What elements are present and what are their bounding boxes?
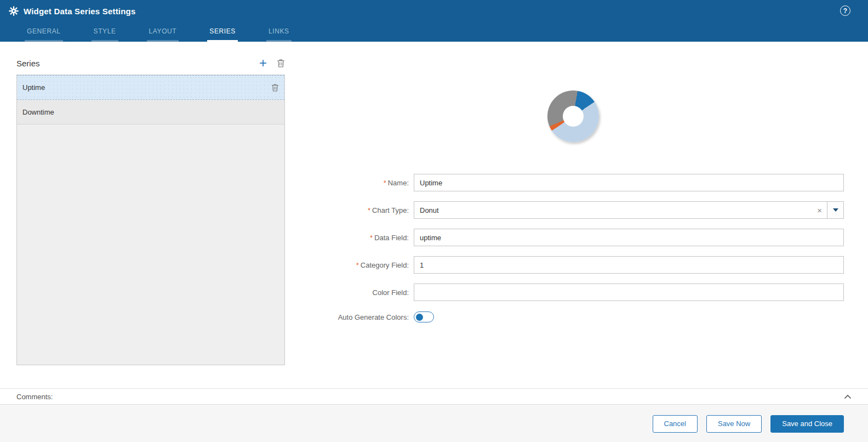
name-label: *Name:: [326, 179, 414, 187]
help-icon[interactable]: ?: [840, 5, 850, 16]
series-panel-header: Series +: [16, 58, 285, 68]
tab-bar: GENERAL STYLE LAYOUT SERIES LINKS: [25, 23, 320, 42]
required-asterisk: *: [368, 206, 370, 214]
delete-series-button[interactable]: [277, 59, 285, 67]
color-field-row: Color Field:: [326, 284, 844, 301]
data-field-input[interactable]: [414, 229, 844, 246]
donut-hole: [563, 106, 584, 127]
chart-type-select[interactable]: Donut ×: [414, 201, 844, 219]
data-field-label: *Data Field:: [326, 234, 414, 242]
save-and-close-button[interactable]: Save and Close: [770, 415, 844, 433]
chevron-down-icon: [833, 208, 838, 212]
series-item-label: Downtime: [22, 108, 279, 116]
delete-item-button[interactable]: [271, 83, 279, 92]
dropdown-button[interactable]: [827, 201, 844, 219]
chevron-up-icon: [844, 394, 852, 399]
series-item-label: Uptime: [22, 83, 271, 92]
page-title: Widget Data Series Settings: [24, 7, 135, 16]
tab-layout[interactable]: LAYOUT: [147, 23, 179, 42]
chart-type-label: *Chart Type:: [326, 206, 414, 214]
trash-icon: [271, 83, 279, 92]
footer-bar: Cancel Save Now Save and Close: [0, 405, 868, 442]
toggle-knob: [416, 314, 423, 321]
required-asterisk: *: [370, 234, 373, 242]
series-settings-form: *Name: *Chart Type: Donut × *Data Field:…: [326, 174, 844, 333]
tab-series[interactable]: SERIES: [207, 23, 238, 42]
auto-generate-colors-toggle[interactable]: [414, 311, 434, 322]
chart-type-field-row: *Chart Type: Donut ×: [326, 201, 844, 219]
series-panel-title: Series: [16, 59, 259, 68]
chart-type-value: Donut: [414, 206, 812, 214]
series-list-item-downtime[interactable]: Downtime: [17, 100, 284, 124]
comments-bar: Comments:: [0, 388, 868, 405]
required-asterisk: *: [356, 261, 359, 269]
comments-label: Comments:: [0, 393, 844, 401]
tab-links[interactable]: LINKS: [266, 23, 292, 42]
clear-icon[interactable]: ×: [812, 206, 827, 215]
data-field-row: *Data Field:: [326, 229, 844, 246]
trash-icon: [277, 59, 285, 67]
add-series-button[interactable]: +: [259, 58, 267, 68]
name-field-row: *Name:: [326, 174, 844, 191]
category-field-input[interactable]: [414, 256, 844, 274]
series-list-item-uptime[interactable]: Uptime: [17, 75, 284, 100]
cancel-button[interactable]: Cancel: [653, 415, 698, 433]
donut-preview: [547, 90, 599, 142]
category-field-row: *Category Field:: [326, 256, 844, 274]
category-field-label: *Category Field:: [326, 261, 414, 269]
tab-general[interactable]: GENERAL: [25, 23, 63, 42]
name-input[interactable]: [414, 174, 844, 191]
save-now-button[interactable]: Save Now: [706, 415, 762, 433]
tab-style[interactable]: STYLE: [92, 23, 118, 42]
series-list: Uptime Downtime: [16, 75, 285, 365]
collapse-comments-button[interactable]: [844, 394, 868, 399]
auto-generate-colors-label: Auto Generate Colors:: [326, 313, 414, 321]
app-header: Widget Data Series Settings ? GENERAL ST…: [0, 0, 868, 42]
color-field-input[interactable]: [414, 284, 844, 301]
gear-icon: [9, 6, 19, 16]
auto-generate-colors-row: Auto Generate Colors:: [326, 311, 844, 323]
color-field-label: Color Field:: [326, 288, 414, 297]
required-asterisk: *: [384, 179, 386, 187]
